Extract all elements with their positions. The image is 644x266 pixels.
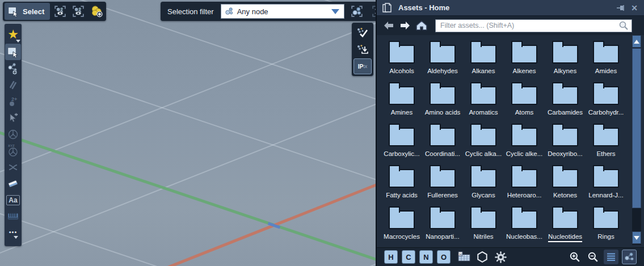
scroll-up-button[interactable] [632,35,641,48]
ring-builder-button[interactable] [475,250,490,264]
asset-folder[interactable]: Glycans [463,161,504,202]
settings-gear-button[interactable] [493,250,508,264]
folder-icon [430,128,456,146]
favorites-tool[interactable]: ★ [5,26,21,44]
back-button[interactable] [382,20,395,31]
selection-filter-label: Selection filter [167,7,214,16]
asset-folder[interactable]: Alkynes [545,36,586,78]
zoom-out-button[interactable] [586,250,600,264]
asset-folder[interactable]: Amino acids [422,78,463,119]
folder-label: Carbohydr... [588,109,624,116]
asset-folder[interactable]: Nucleobas... [504,202,545,243]
arrow-up-icon [634,40,639,44]
ellipsis-icon: ••• [9,230,18,234]
asset-folder[interactable]: Fatty acids [381,161,422,202]
asset-folder[interactable]: Carbamides [545,78,586,119]
folder-label: Fullerenes [427,192,458,199]
add-group-button[interactable] [88,3,104,20]
asset-folder[interactable]: Nucleotides [545,202,586,243]
documents-icon [381,2,393,14]
folder-icon [511,45,537,64]
asset-folder[interactable]: Ethers [586,119,626,161]
asset-folder[interactable]: Amines [381,78,422,119]
folder-icon [470,45,496,64]
search-icon[interactable] [618,20,629,31]
add-atoms-icon [7,62,19,75]
bond-tool[interactable] [5,77,21,93]
forward-button[interactable] [399,20,411,31]
asset-folder[interactable]: Cyclic alka... [463,119,504,161]
svg-text:XYZ: XYZ [8,144,15,147]
erase-tool[interactable] [5,175,21,192]
asset-folder[interactable]: Carboxylic... [381,119,422,161]
twist-tool[interactable] [5,159,21,175]
asset-folder[interactable]: Nanoparti... [422,202,463,243]
home-button[interactable] [415,20,428,31]
element-h-button[interactable]: H [384,250,398,264]
folder-label: Alcohols [389,67,414,74]
selection-filter-toolbar: Selection filter Any node [161,2,390,21]
vertical-scrollbar[interactable] [632,35,641,245]
rotate-trackball-tool[interactable] [5,126,21,142]
asset-folder[interactable]: Carbohydr... [586,78,626,119]
asset-folder[interactable]: Ketones [545,161,586,202]
zoom-in-button[interactable] [567,250,582,264]
more-tools-button[interactable]: ••• [5,225,21,244]
ip-types-button[interactable]: IPtx [353,58,372,74]
scroll-down-button[interactable] [632,231,641,244]
folder-icon [470,128,496,146]
asset-folder[interactable]: Lennard-J... [586,161,626,202]
element-n-button[interactable]: N [419,250,433,264]
select-visible-nodes-button[interactable] [52,3,68,20]
periodic-table-button[interactable]: H [457,250,472,264]
asset-folder[interactable]: Amides [586,36,626,78]
charge-tool[interactable]: 2+ [5,93,21,109]
twist-icon [7,162,19,173]
list-view-button[interactable] [604,250,618,264]
close-icon[interactable]: ✕ [629,3,639,13]
asset-folder[interactable]: Aldehydes [422,36,463,78]
asset-folder[interactable]: Atoms [504,78,545,119]
xyz-translate-tool[interactable]: XYZ [5,142,21,159]
pin-icon[interactable] [616,3,626,13]
folder-icon [593,86,619,105]
apply-filter-selection-button[interactable] [349,3,365,20]
asset-folder[interactable]: Fullerenes [422,161,463,202]
folder-icon [511,86,537,105]
folder-label: Lennard-J... [588,192,623,199]
element-o-button[interactable]: O [437,250,451,264]
eraser-icon [7,178,19,190]
asset-folder[interactable]: Macrocycles [381,202,422,243]
search-input[interactable] [436,22,618,29]
asset-folder[interactable]: Alkanes [463,36,504,78]
folder-icon [389,86,415,105]
scroll-thumb[interactable] [632,48,641,208]
add-atoms-tool[interactable] [5,60,21,77]
save-structure-button[interactable] [353,41,372,57]
asset-folder[interactable]: Deoxyribo... [545,119,586,161]
assets-panel-titlebar[interactable]: Assets - Home ✕ [377,0,644,16]
asset-folder[interactable]: Nitriles [463,202,504,243]
asset-folder[interactable]: Aromatics [463,78,504,119]
folder-label: Coordinati... [425,150,460,157]
select-hidden-nodes-button[interactable] [70,3,86,20]
selection-filter-dropdown[interactable]: Any node [221,4,344,19]
check-structure-button[interactable] [353,24,372,40]
double-bond-icon [7,79,19,91]
asset-folder[interactable]: Coordinati... [422,119,463,161]
text-label-tool[interactable]: Aa [5,192,21,208]
measure-tool[interactable] [5,208,21,225]
folder-label: Amides [595,67,617,74]
asset-folder[interactable]: Alkenes [504,36,545,78]
move-tool[interactable] [5,109,21,126]
viewport-3d[interactable] [0,0,376,266]
asset-folder[interactable]: Cyclic alke... [504,119,545,161]
select-tool[interactable] [5,44,21,60]
select-tool-button[interactable]: Select [5,3,50,20]
folder-label: Alkanes [472,67,495,74]
asset-folder[interactable]: Heteroaro... [504,161,545,202]
molecule-view-button[interactable] [622,250,637,264]
element-c-button[interactable]: C [402,250,415,264]
asset-folder[interactable]: Rings [586,202,626,243]
asset-folder[interactable]: Alcohols [381,36,422,78]
